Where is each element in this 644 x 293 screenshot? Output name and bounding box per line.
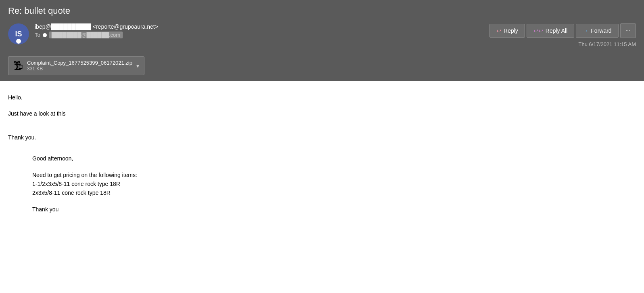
body-thanks: Thank you. bbox=[8, 133, 636, 142]
reply-icon: ↩ bbox=[496, 27, 501, 34]
body-intro: Just have a look at this bbox=[8, 109, 636, 118]
more-options-button[interactable]: ··· bbox=[620, 23, 636, 38]
quoted-pricing-intro: Need to get pricing on the following ite… bbox=[32, 171, 636, 179]
to-email-address: ████████@██████.com bbox=[49, 32, 123, 38]
sender-email-text: ibep@██████████ bbox=[35, 23, 91, 30]
attachment-box[interactable]: 🗜 Complaint_Copy_1677525399_06172021.zip… bbox=[8, 56, 144, 75]
attachment-size: 331 KB bbox=[27, 66, 132, 72]
quoted-section: Good afternoon, Need to get pricing on t… bbox=[32, 154, 636, 214]
sender-email-bracket: <reporte@grupoaura.net> bbox=[93, 23, 158, 30]
forward-label: Forward bbox=[591, 27, 611, 34]
more-icon: ··· bbox=[625, 27, 631, 34]
email-header: Re: bullet quote IS ibep@██████████ <rep… bbox=[0, 0, 644, 81]
zip-file-icon: 🗜 bbox=[13, 60, 23, 72]
sender-section: IS ibep@██████████ <reporte@grupoaura.ne… bbox=[8, 23, 158, 44]
avatar-initials: IS bbox=[15, 30, 22, 38]
quoted-thank-you: Thank you bbox=[32, 205, 636, 214]
reply-label: Reply bbox=[504, 27, 518, 34]
action-buttons: ↩ Reply ↩↩ Reply All → Forward ··· bbox=[489, 23, 636, 38]
to-dot-indicator bbox=[43, 33, 47, 37]
reply-button[interactable]: ↩ Reply bbox=[489, 24, 525, 38]
sender-to-row: To ████████@██████.com bbox=[35, 32, 158, 38]
title-bar: Re: bullet quote bbox=[0, 0, 644, 20]
sender-email: ibep@██████████ <reporte@grupoaura.net> bbox=[35, 23, 158, 30]
quoted-item-2: 2x3x5/8-11 cone rock type 18R bbox=[32, 188, 636, 197]
timestamp-area: ↩ Reply ↩↩ Reply All → Forward ··· bbox=[489, 23, 636, 47]
quoted-item-1: 1-1/2x3x5/8-11 cone rock type 18R bbox=[32, 179, 636, 188]
body-greeting: Hello, bbox=[8, 93, 636, 102]
attachment-info: Complaint_Copy_1677525399_06172021.zip 3… bbox=[27, 60, 132, 72]
avatar: IS bbox=[8, 23, 29, 44]
chevron-down-icon: ▾ bbox=[136, 63, 139, 69]
reply-all-button[interactable]: ↩↩ Reply All bbox=[527, 24, 574, 38]
timestamp: Thu 6/17/2021 11:15 AM bbox=[579, 41, 636, 47]
reply-all-label: Reply All bbox=[546, 27, 567, 34]
reply-all-icon: ↩↩ bbox=[533, 27, 543, 34]
to-label: To bbox=[35, 32, 40, 38]
email-title: Re: bullet quote bbox=[8, 6, 70, 16]
email-body: Hello, Just have a look at this Thank yo… bbox=[0, 81, 644, 230]
meta-row: IS ibep@██████████ <reporte@grupoaura.ne… bbox=[0, 20, 644, 53]
quoted-greeting: Good afternoon, bbox=[32, 154, 636, 163]
attachment-filename: Complaint_Copy_1677525399_06172021.zip bbox=[27, 60, 132, 66]
attachment-row: 🗜 Complaint_Copy_1677525399_06172021.zip… bbox=[0, 53, 644, 81]
avatar-status-dot bbox=[16, 39, 21, 44]
forward-button[interactable]: → Forward bbox=[576, 24, 618, 38]
sender-info: ibep@██████████ <reporte@grupoaura.net> … bbox=[35, 23, 158, 38]
forward-icon: → bbox=[583, 27, 588, 34]
